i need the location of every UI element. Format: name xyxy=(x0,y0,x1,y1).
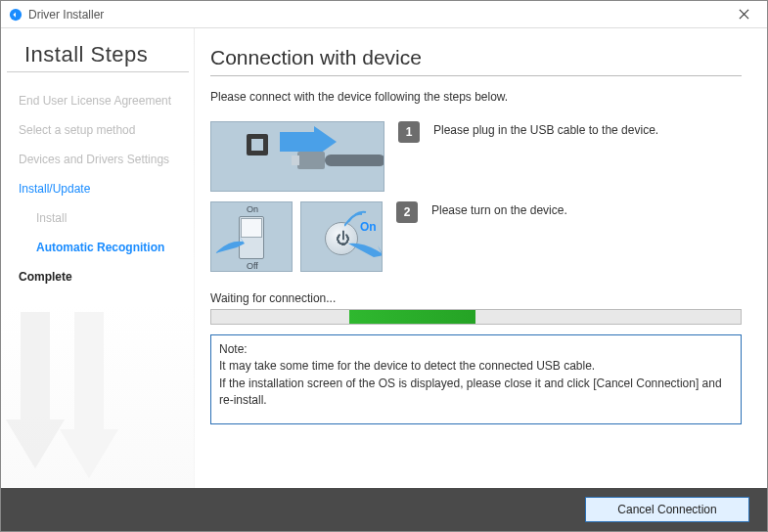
usb-illustration xyxy=(210,121,384,192)
body: Install Steps End User License Agreement… xyxy=(1,28,767,488)
step-badge-1: 1 xyxy=(398,121,420,143)
step-list: End User License Agreement Select a setu… xyxy=(1,86,195,291)
step-complete: Complete xyxy=(19,262,177,291)
main-panel: Connection with device Please connect wi… xyxy=(195,28,767,488)
svg-rect-3 xyxy=(297,152,325,169)
note-line-1: It may take some time for the device to … xyxy=(219,358,733,375)
step-text-2: Please turn on the device. xyxy=(431,201,567,217)
power-on-label: On xyxy=(360,220,377,234)
step-install-update: Install/Update xyxy=(19,174,177,203)
switch-illustration: On Off xyxy=(210,201,293,272)
sidebar-arrows-decoration xyxy=(1,312,195,488)
window-title: Driver Installer xyxy=(28,8,728,22)
step-install: Install xyxy=(19,203,177,233)
waiting-text: Waiting for connection... xyxy=(210,291,742,305)
sidebar: Install Steps End User License Agreement… xyxy=(1,28,195,488)
step-auto-recognition: Automatic Recognition xyxy=(19,233,177,262)
svg-rect-2 xyxy=(251,139,263,151)
svg-rect-4 xyxy=(292,155,299,165)
power-illustration: ⏻ On xyxy=(300,201,383,272)
step-method: Select a setup method xyxy=(19,115,177,145)
note-line-2: If the installation screen of the OS is … xyxy=(219,376,733,410)
page-heading: Connection with device xyxy=(210,46,742,76)
switch-on-label: On xyxy=(247,204,258,214)
cancel-connection-button[interactable]: Cancel Connection xyxy=(585,497,749,522)
progress-bar xyxy=(210,309,742,325)
step-devices: Devices and Drivers Settings xyxy=(19,145,177,174)
footer: Cancel Connection xyxy=(1,488,767,531)
svg-rect-5 xyxy=(325,155,384,166)
sidebar-heading: Install Steps xyxy=(7,42,189,72)
close-button[interactable] xyxy=(728,1,759,27)
note-box[interactable]: Note: It may take some time for the devi… xyxy=(210,334,742,424)
step-row-2: On Off ⏻ On 2 Please turn on the device. xyxy=(210,201,742,272)
step-eula: End User License Agreement xyxy=(19,86,177,115)
progress-fill xyxy=(349,310,476,324)
step-badge-2: 2 xyxy=(396,201,418,223)
switch-off-label: Off xyxy=(247,261,258,271)
instruction-text: Please connect with the device following… xyxy=(210,90,742,104)
step-row-1: 1 Please plug in the USB cable to the de… xyxy=(210,121,742,192)
step-text-1: Please plug in the USB cable to the devi… xyxy=(433,121,658,137)
titlebar: Driver Installer xyxy=(1,1,767,28)
note-title: Note: xyxy=(219,341,733,358)
app-icon xyxy=(9,8,23,22)
